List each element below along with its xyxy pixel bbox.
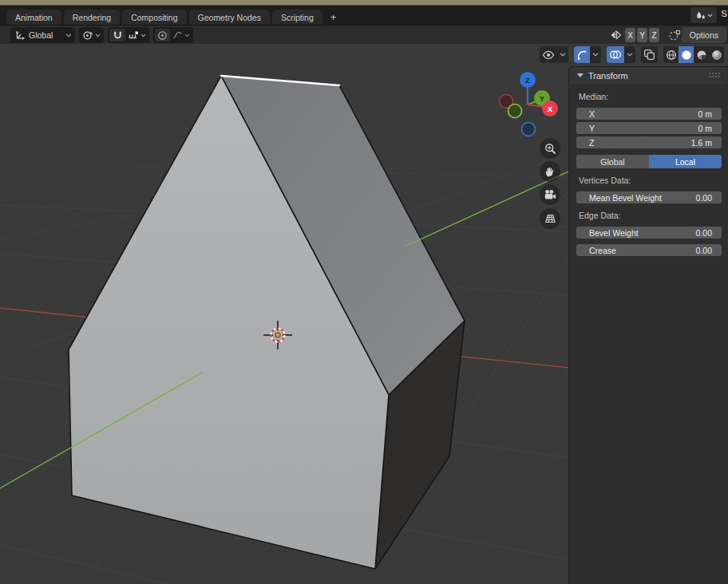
zoom-button[interactable] xyxy=(540,138,560,159)
rendered-shading-button[interactable] xyxy=(709,46,724,63)
field-value: 0 m xyxy=(698,109,712,119)
scene-name-cutoff: S xyxy=(721,9,727,18)
gizmo-y-label: Y xyxy=(540,94,545,103)
proportional-edit-icon xyxy=(157,30,168,41)
transform-panel-header[interactable]: Transform xyxy=(570,67,727,84)
field-value: 0 m xyxy=(698,124,712,133)
shading-mode-group xyxy=(663,46,724,63)
mirror-butterfly-icon[interactable] xyxy=(610,30,622,41)
tab-geometry-nodes[interactable]: Geometry Nodes xyxy=(189,10,270,25)
overlays-dropdown[interactable] xyxy=(607,46,635,63)
material-shading-button[interactable] xyxy=(694,46,709,63)
mean-bevel-weight-field[interactable]: Mean Bevel Weight 0.00 xyxy=(576,191,722,203)
field-label: X xyxy=(589,109,595,119)
median-y-field[interactable]: Y 0 m xyxy=(576,122,722,134)
snap-controls xyxy=(108,27,149,43)
pivot-point-dropdown[interactable] xyxy=(79,27,104,43)
blender-window: Animation Rendering Compositing Geometry… xyxy=(0,0,728,584)
tool-settings-bar: Global xyxy=(0,25,728,44)
collapse-triangle-icon xyxy=(577,73,584,77)
field-value: 0.00 xyxy=(696,193,712,203)
pivot-point-icon xyxy=(82,30,93,41)
transform-orientation-dropdown[interactable]: Global xyxy=(10,27,75,43)
field-label: Mean Bevel Weight xyxy=(589,193,662,203)
space-toggle: Global Local xyxy=(576,155,722,168)
camera-view-button[interactable] xyxy=(540,184,560,205)
gizmos-icon xyxy=(574,46,590,63)
gizmo-z-label: Z xyxy=(525,76,530,85)
chevron-down-icon xyxy=(557,46,568,63)
tab-compositing[interactable]: Compositing xyxy=(122,10,186,25)
viewport-header-controls xyxy=(540,46,724,63)
orientation-label: Global xyxy=(29,30,53,40)
chevron-down-icon xyxy=(95,34,101,37)
chevron-down-icon xyxy=(140,34,146,37)
workspace-tabs: Animation Rendering Compositing Geometry… xyxy=(6,10,342,25)
proportional-edit-controls xyxy=(153,27,193,43)
crease-field[interactable]: Crease 0.00 xyxy=(576,244,722,256)
field-label: Crease xyxy=(589,246,616,255)
orientation-axes-icon xyxy=(14,30,26,41)
options-button[interactable]: Options xyxy=(682,27,726,43)
tab-scripting[interactable]: Scripting xyxy=(272,10,322,25)
chevron-down-icon xyxy=(65,34,72,37)
navigation-gizmo[interactable]: Z Y X xyxy=(493,70,562,139)
window-top-strip xyxy=(0,0,728,6)
viewport-3d[interactable]: Z Y X Transform Median: X 0 xyxy=(0,44,728,584)
grid-ortho-button[interactable] xyxy=(540,208,560,229)
chevron-down-icon xyxy=(184,34,190,37)
space-local-button[interactable]: Local xyxy=(649,155,722,168)
falloff-curve-icon xyxy=(172,30,183,40)
field-value: 1.6 m xyxy=(691,138,712,148)
gizmo-neg-y-ball[interactable] xyxy=(508,105,522,118)
pan-hand-button[interactable] xyxy=(540,161,560,182)
mirror-y-button[interactable]: Y xyxy=(637,28,647,42)
visibility-dropdown[interactable] xyxy=(540,46,568,63)
xray-icon xyxy=(641,46,658,63)
chevron-down-icon xyxy=(624,46,635,63)
tab-rendering[interactable]: Rendering xyxy=(64,10,120,25)
snap-region-icon[interactable] xyxy=(668,30,681,41)
proportional-edit-toggle[interactable] xyxy=(155,29,170,41)
scene-selector[interactable] xyxy=(690,7,717,23)
median-z-field[interactable]: Z 1.6 m xyxy=(576,136,722,148)
chevron-down-icon xyxy=(707,14,713,18)
n-panel-sidebar: Transform Median: X 0 m Y 0 m Z 1.6 m Gl… xyxy=(568,66,728,584)
field-label: Z xyxy=(589,138,594,148)
chevron-down-icon xyxy=(590,46,601,63)
gizmo-neg-z-ball[interactable] xyxy=(522,123,536,136)
panel-title: Transform xyxy=(588,71,628,81)
add-workspace-button[interactable]: + xyxy=(325,10,342,25)
workspace-tab-bar: Animation Rendering Compositing Geometry… xyxy=(0,6,728,25)
gizmos-dropdown[interactable] xyxy=(574,46,601,63)
vertices-data-label: Vertices Data: xyxy=(579,176,631,185)
tab-animation[interactable]: Animation xyxy=(6,10,61,25)
panel-drag-grip[interactable] xyxy=(709,73,722,79)
field-value: 0.00 xyxy=(696,228,712,238)
visibility-eye-icon xyxy=(540,46,557,63)
median-label: Median: xyxy=(579,92,608,101)
bevel-weight-field[interactable]: Bevel Weight 0.00 xyxy=(576,227,722,239)
xray-toggle[interactable] xyxy=(641,46,658,63)
wireframe-shading-button[interactable] xyxy=(663,46,679,63)
space-global-button[interactable]: Global xyxy=(576,155,649,168)
edge-data-label: Edge Data: xyxy=(579,211,621,220)
solid-shading-button[interactable] xyxy=(679,46,694,63)
overlays-icon xyxy=(607,46,624,63)
field-label: Bevel Weight xyxy=(589,228,639,238)
magnet-snap-icon xyxy=(113,30,123,41)
mirror-x-button[interactable]: X xyxy=(625,28,635,42)
field-label: Y xyxy=(589,124,595,133)
snap-target-icon[interactable] xyxy=(128,30,139,41)
snap-toggle-button[interactable] xyxy=(109,29,125,41)
field-value: 0.00 xyxy=(696,246,712,255)
median-x-field[interactable]: X 0 m xyxy=(576,108,722,120)
scene-droplets-icon xyxy=(695,10,706,21)
mirror-z-button[interactable]: Z xyxy=(649,28,659,42)
gizmo-x-label: X xyxy=(548,105,553,113)
